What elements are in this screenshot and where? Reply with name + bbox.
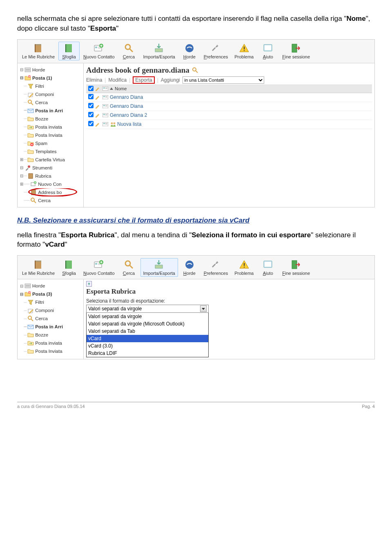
tree-item-rubrica[interactable]: ⊟····Rubrica bbox=[18, 172, 83, 180]
tree-item-templates[interactable]: ····Templates bbox=[18, 147, 83, 156]
tree-item-componi[interactable]: ····Componi bbox=[18, 90, 83, 98]
edit-icon[interactable] bbox=[95, 104, 102, 109]
tree-item-posta-in-arri[interactable]: ····Posta in Arri bbox=[18, 107, 83, 115]
minus-icon[interactable]: ⊟ bbox=[19, 165, 24, 170]
edit-icon[interactable] bbox=[95, 95, 102, 100]
toolbar-problema[interactable]: Problema bbox=[232, 258, 256, 277]
delete-link[interactable]: Elimina bbox=[86, 77, 102, 83]
tree-item-posta-3-[interactable]: ⊟NPosta (3) bbox=[18, 290, 83, 298]
svg-line-86 bbox=[31, 319, 33, 321]
toolbar-importa-esporta[interactable]: Importa/Esporta bbox=[140, 42, 178, 60]
toolbar-fine-sessione[interactable]: Fine sessione bbox=[279, 42, 313, 60]
svg-rect-19 bbox=[268, 45, 271, 50]
tree-item-address-bo[interactable]: ········Address bo bbox=[18, 188, 83, 196]
tree-item-cerca[interactable]: ····Cerca bbox=[18, 98, 83, 107]
toolbar-nuovo-contatto[interactable]: Nuovo Contatto bbox=[80, 258, 117, 277]
edit-icon[interactable] bbox=[95, 113, 102, 118]
tree-item-bozze[interactable]: ····Bozze bbox=[18, 115, 83, 123]
export-link[interactable]: Esporta bbox=[133, 76, 154, 84]
table-row[interactable]: Gennaro Diana bbox=[86, 93, 372, 102]
tree-item-nuovo-con[interactable]: ⊞········Nuovo Con bbox=[18, 180, 83, 188]
toolbar-cerca[interactable]: Cerca bbox=[118, 258, 140, 277]
group-icon bbox=[110, 121, 117, 127]
tree-item-posta-inviata[interactable]: ····Posta inviata bbox=[18, 339, 83, 347]
tree-item-componi[interactable]: ····Componi bbox=[18, 306, 83, 314]
select-all-checkbox[interactable] bbox=[88, 86, 94, 91]
dropdown-option[interactable]: Valori separati da Tab bbox=[87, 328, 208, 335]
tree-item-bozze[interactable]: ····Bozze bbox=[18, 331, 83, 339]
tree-item-cerca[interactable]: ········Cerca bbox=[18, 196, 83, 205]
dropdown-option[interactable]: vCard (3.0) bbox=[87, 342, 208, 350]
row-checkbox[interactable] bbox=[88, 112, 94, 117]
minus-icon[interactable]: ⊟ bbox=[19, 174, 24, 178]
tree-item-posta-inviata[interactable]: ····Posta Inviata bbox=[18, 347, 83, 355]
toolbar-aiuto[interactable]: Aiuto bbox=[257, 258, 278, 277]
edit-icon[interactable] bbox=[95, 122, 102, 127]
toolbar-horde[interactable]: Horde bbox=[179, 42, 200, 60]
toolbar-le-mie-rubriche[interactable]: Le Mie Rubriche bbox=[19, 42, 58, 60]
minus-icon[interactable]: ⊟ bbox=[19, 284, 24, 288]
toolbar-sfoglia[interactable]: Sfoglia bbox=[58, 42, 80, 60]
name-column-label[interactable]: Nome bbox=[115, 86, 127, 91]
toolbar: Le Mie RubricheSfogliaNuovo ContattoCerc… bbox=[18, 40, 374, 63]
row-checkbox[interactable] bbox=[88, 121, 94, 126]
toolbar-horde[interactable]: Horde bbox=[179, 258, 200, 277]
row-checkbox[interactable] bbox=[88, 103, 94, 108]
toolbar-nuovo-contatto[interactable]: Nuovo Contatto bbox=[80, 42, 117, 60]
grid-header: Nome bbox=[86, 85, 372, 93]
add-link[interactable]: Aggiungi bbox=[161, 77, 180, 83]
dropdown-option[interactable]: Valori separati da virgole (Microsoft Ou… bbox=[87, 320, 208, 328]
tree-item-posta-1-[interactable]: ⊟NPosta (1) bbox=[18, 74, 83, 82]
folder-tree: ⊟Horde⊟NPosta (1) ····Filtri ····Componi… bbox=[18, 63, 84, 207]
table-row[interactable]: Gennaro Diana 2 bbox=[86, 111, 372, 120]
screenshot-export-rubrica: Le Mie RubricheSfogliaNuovo ContattoCerc… bbox=[17, 255, 375, 359]
toolbar-cerca[interactable]: Cerca bbox=[118, 42, 140, 60]
tree-item-label: Horde bbox=[32, 67, 45, 72]
note-heading: N.B. Selezionare e assicurarsi che il fo… bbox=[17, 216, 375, 225]
tree-item-filtri[interactable]: ····Filtri bbox=[18, 82, 83, 90]
minus-icon[interactable]: ⊟ bbox=[19, 67, 24, 72]
toolbar-preferences[interactable]: Preferences bbox=[201, 42, 231, 60]
tree-item-cartella-virtua[interactable]: ⊞····Cartella Virtua bbox=[18, 156, 83, 164]
table-row[interactable]: Gennaro Diana bbox=[86, 102, 372, 111]
svg-line-37 bbox=[196, 71, 198, 73]
table-row[interactable]: Nuova lista bbox=[86, 120, 372, 129]
row-checkbox[interactable] bbox=[88, 94, 94, 99]
wrench-icon bbox=[210, 259, 221, 270]
dropdown-option[interactable]: Valori separati da virgole bbox=[87, 313, 208, 320]
tree-item-cerca[interactable]: ····Cerca bbox=[18, 314, 83, 323]
edit-link[interactable]: Modifica bbox=[108, 77, 127, 83]
tree-item-posta-in-arri[interactable]: ····Posta in Arri bbox=[18, 323, 83, 331]
toolbar-sfoglia[interactable]: Sfoglia bbox=[58, 258, 80, 277]
toolbar-preferences[interactable]: Preferences bbox=[201, 258, 231, 277]
tree-item-horde[interactable]: ⊟Horde bbox=[18, 66, 83, 74]
tree-item-horde[interactable]: ⊟Horde bbox=[18, 282, 83, 290]
svg-line-35 bbox=[34, 201, 36, 203]
tree-item-label: Rubrica bbox=[35, 174, 51, 178]
minus-icon[interactable]: ⊟ bbox=[19, 76, 24, 80]
tree-item-spam[interactable]: ····Spam bbox=[18, 139, 83, 147]
toolbar-aiuto[interactable]: Aiuto bbox=[257, 42, 278, 60]
vcard-icon[interactable] bbox=[102, 113, 110, 117]
plus-icon[interactable]: ⊞ bbox=[19, 182, 24, 186]
export-format-dropdown[interactable]: Valori separati da virgole Valori separa… bbox=[86, 305, 209, 357]
vcard-icon[interactable] bbox=[102, 122, 110, 126]
toolbar-problema[interactable]: Problema bbox=[232, 42, 256, 60]
magnifier-icon bbox=[124, 259, 134, 270]
dropdown-button[interactable] bbox=[200, 305, 207, 312]
tree-item-strumenti[interactable]: ⊟Strumenti bbox=[18, 164, 83, 172]
tree-item-filtri[interactable]: ····Filtri bbox=[18, 298, 83, 306]
toolbar-importa-esporta[interactable]: Importa/Esporta bbox=[140, 258, 178, 277]
tree-item-posta-inviata[interactable]: ····Posta Inviata bbox=[18, 131, 83, 139]
vcard-icon[interactable] bbox=[102, 104, 110, 108]
dropdown-option[interactable]: vCard bbox=[87, 335, 208, 342]
contact-list-select[interactable]: in una Lista Contatti bbox=[183, 76, 264, 84]
toolbar-fine-sessione[interactable]: Fine sessione bbox=[279, 258, 313, 277]
tree-item-posta-inviata[interactable]: ····Posta inviata bbox=[18, 123, 83, 131]
vcard-icon[interactable] bbox=[102, 95, 110, 99]
collapse-icon[interactable] bbox=[86, 281, 92, 287]
minus-icon[interactable]: ⊟ bbox=[19, 292, 24, 296]
dropdown-option[interactable]: Rubrica LDIF bbox=[87, 350, 208, 357]
plus-icon[interactable]: ⊞ bbox=[19, 157, 24, 162]
toolbar-le-mie-rubriche[interactable]: Le Mie Rubriche bbox=[19, 258, 58, 277]
